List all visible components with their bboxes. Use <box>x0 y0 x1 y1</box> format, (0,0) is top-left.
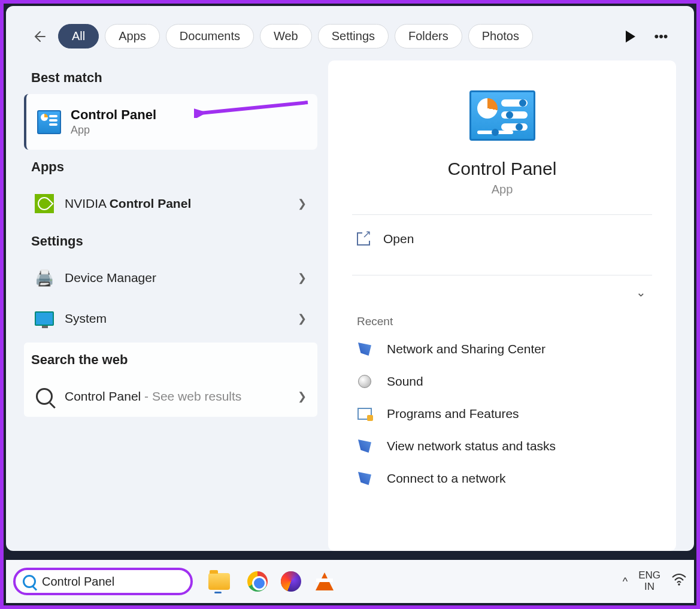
nvidia-bold: Control Panel <box>110 196 192 210</box>
search-icon <box>23 575 36 588</box>
svg-point-1 <box>678 583 680 586</box>
setting-system[interactable]: System ❯ <box>24 298 317 339</box>
open-label: Open <box>383 232 414 246</box>
taskbar-search[interactable]: Control Panel <box>13 568 193 595</box>
file-explorer-button[interactable] <box>208 573 230 590</box>
recent-label: Sound <box>387 374 423 389</box>
results-column: Best match Control Panel App Apps NVIDIA… <box>24 60 317 551</box>
detail-title: Control Panel <box>352 159 652 179</box>
tray-overflow-button[interactable]: ^ <box>623 575 628 588</box>
best-match-heading: Best match <box>24 60 317 94</box>
web-result-label: Control Panel - See web results <box>65 389 287 404</box>
search-web-heading: Search the web <box>24 343 317 376</box>
chevron-right-icon: ❯ <box>298 197 307 210</box>
control-panel-large-icon <box>469 90 535 141</box>
annotation-arrow-icon <box>194 100 314 118</box>
network-icon <box>358 343 371 356</box>
play-icon <box>625 31 635 43</box>
best-match-text: Control Panel App <box>71 107 156 137</box>
recent-connect-network[interactable]: Connect to a network <box>352 462 652 495</box>
filter-web[interactable]: Web <box>260 24 312 49</box>
app-nvidia-control-panel[interactable]: NVIDIA Control Panel ❯ <box>24 183 317 224</box>
detail-pane: Control Panel App Open ⌄ Recent Network … <box>328 60 676 551</box>
network-icon <box>358 472 371 485</box>
search-web-section: Search the web Control Panel - See web r… <box>24 343 317 417</box>
open-external-icon <box>357 232 370 246</box>
search-results-panel: All Apps Documents Web Settings Folders … <box>6 6 694 551</box>
programs-icon <box>357 408 372 420</box>
chevron-right-icon: ❯ <box>298 390 307 403</box>
vlc-icon <box>316 572 334 590</box>
filter-all[interactable]: All <box>58 24 99 49</box>
setting-device-manager[interactable]: 🖨️ Device Manager ❯ <box>24 257 317 298</box>
open-action[interactable]: Open <box>352 221 652 257</box>
network-icon <box>358 440 371 453</box>
ellipsis-icon: ••• <box>654 29 668 44</box>
filter-apps[interactable]: Apps <box>105 24 160 49</box>
chevron-right-icon: ❯ <box>298 271 307 284</box>
search-icon <box>36 388 53 405</box>
system-tray: ^ ENG IN <box>623 570 687 592</box>
detail-subtitle: App <box>352 183 652 196</box>
app-item-label: NVIDIA Control Panel <box>65 196 287 211</box>
nvidia-prefix: NVIDIA <box>65 196 110 210</box>
filter-photos[interactable]: Photos <box>468 24 533 49</box>
lang-top: ENG <box>638 570 660 581</box>
lang-bottom: IN <box>638 581 660 593</box>
device-manager-icon: 🖨️ <box>35 268 54 287</box>
recent-label: Programs and Features <box>387 407 519 421</box>
firefox-button[interactable] <box>279 569 303 593</box>
best-match-item[interactable]: Control Panel App <box>24 94 317 150</box>
sound-icon <box>358 375 371 388</box>
recent-label: Connect to a network <box>387 471 505 486</box>
chrome-icon <box>247 571 268 592</box>
recent-programs-features[interactable]: Programs and Features <box>352 398 652 430</box>
back-arrow-icon <box>32 29 46 44</box>
expand-actions[interactable]: ⌄ <box>352 281 652 305</box>
svg-line-0 <box>200 102 308 113</box>
content-area: Best match Control Panel App Apps NVIDIA… <box>6 60 694 551</box>
play-button[interactable] <box>618 25 642 49</box>
divider <box>352 275 652 275</box>
filter-folders[interactable]: Folders <box>395 24 462 49</box>
filter-documents[interactable]: Documents <box>166 24 254 49</box>
settings-heading: Settings <box>24 224 317 257</box>
filter-pills: All Apps Documents Web Settings Folders … <box>58 24 611 49</box>
chevron-right-icon: ❯ <box>298 312 307 325</box>
language-indicator[interactable]: ENG IN <box>638 570 660 592</box>
best-match-title: Control Panel <box>71 107 156 123</box>
system-icon <box>35 311 54 326</box>
firefox-icon <box>281 571 301 592</box>
vlc-button[interactable] <box>313 569 337 593</box>
setting-item-label: System <box>65 311 287 326</box>
taskbar: Control Panel ^ ENG IN <box>6 560 694 603</box>
recent-heading: Recent <box>352 305 652 333</box>
search-input-value: Control Panel <box>42 575 114 589</box>
recent-network-status[interactable]: View network status and tasks <box>352 430 652 462</box>
apps-heading: Apps <box>24 150 317 183</box>
setting-item-label: Device Manager <box>65 271 287 285</box>
recent-label: Network and Sharing Center <box>387 342 546 356</box>
web-result-item[interactable]: Control Panel - See web results ❯ <box>24 376 317 417</box>
recent-sound[interactable]: Sound <box>352 365 652 398</box>
chrome-button[interactable] <box>246 569 269 593</box>
more-button[interactable]: ••• <box>649 25 673 49</box>
filter-settings[interactable]: Settings <box>318 24 389 49</box>
wifi-icon <box>671 574 687 586</box>
chevron-down-icon: ⌄ <box>636 285 646 299</box>
divider <box>352 214 652 215</box>
nvidia-icon <box>35 194 54 213</box>
recent-network-sharing[interactable]: Network and Sharing Center <box>352 333 652 365</box>
recent-label: View network status and tasks <box>387 439 556 453</box>
control-panel-icon <box>37 110 61 134</box>
filter-bar: All Apps Documents Web Settings Folders … <box>6 6 694 60</box>
back-button[interactable] <box>27 25 51 49</box>
web-result-suffix: - See web results <box>141 389 241 403</box>
web-result-main: Control Panel <box>65 389 141 403</box>
wifi-button[interactable] <box>671 574 687 589</box>
best-match-subtitle: App <box>71 124 156 137</box>
